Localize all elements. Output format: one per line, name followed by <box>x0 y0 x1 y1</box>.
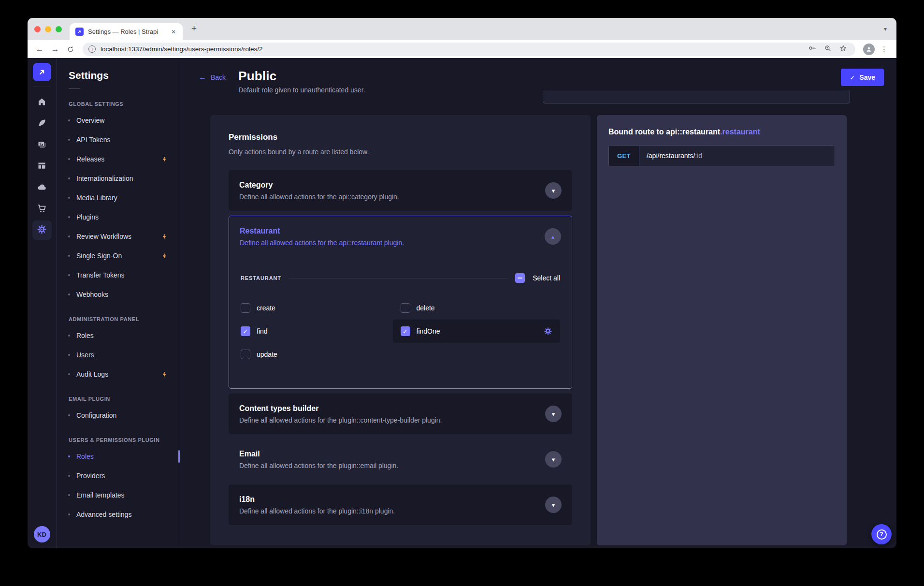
sidebar-item-api-tokens[interactable]: API Tokens <box>68 130 168 149</box>
lightning-icon <box>161 156 168 163</box>
reload-button[interactable] <box>64 43 77 56</box>
collapse-accordion-button[interactable]: ▴ <box>545 228 561 245</box>
sidebar-item-transfer-tokens[interactable]: Transfer Tokens <box>68 265 168 285</box>
accordion-description: Define all allowed actions for the api::… <box>239 193 399 201</box>
rail-item-home[interactable] <box>32 93 52 112</box>
sidebar-item-webhooks[interactable]: Webhooks <box>68 285 168 304</box>
accordion-header[interactable]: RestaurantDefine all allowed actions for… <box>229 216 572 257</box>
page-info-icon[interactable]: i <box>88 45 96 53</box>
accordion-i18n: i18nDefine all allowed actions for the p… <box>229 484 572 525</box>
nav-section: USERS & PERMISSIONS PLUGINRolesProviders… <box>57 437 180 524</box>
save-button[interactable]: ✓ Save <box>841 69 884 86</box>
bullet-icon <box>68 197 70 199</box>
accordion-restaurant: RestaurantDefine all allowed actions for… <box>229 216 572 389</box>
page-subtitle: Default role given to unauthenticated us… <box>238 86 365 94</box>
bullet-icon <box>68 216 70 218</box>
permissions-accordion-list: CategoryDefine all allowed actions for t… <box>229 170 572 525</box>
rail-item-feather-pen[interactable] <box>32 114 52 133</box>
rail-item-cloud[interactable] <box>32 178 52 197</box>
url-bar[interactable]: i localhost:1337/admin/settings/users-pe… <box>83 43 855 56</box>
bullet-icon <box>68 255 70 257</box>
rail-item-marketplace-cart[interactable] <box>32 199 52 219</box>
back-label: Back <box>211 73 226 81</box>
home-icon <box>37 97 47 108</box>
back-arrow-icon: ← <box>199 73 206 82</box>
nav-section: EMAIL PLUGINConfiguration <box>57 396 180 425</box>
tab-list-chevron-icon[interactable]: ▾ <box>884 26 887 32</box>
bullet-icon <box>68 335 70 337</box>
chevron-up-icon: ▴ <box>551 234 555 240</box>
browser-tab[interactable]: Settings — Roles | Strapi ✕ <box>70 23 183 40</box>
bullet-icon <box>68 158 70 160</box>
back-button[interactable]: ← <box>33 43 46 56</box>
accordion-header[interactable]: Content types builderDefine all allowed … <box>229 394 572 434</box>
close-tab-icon[interactable]: ✕ <box>169 28 178 36</box>
bullet-icon <box>68 373 70 375</box>
update-checkbox[interactable] <box>241 350 250 359</box>
browser-menu-icon[interactable]: ⋮ <box>878 45 891 54</box>
sidebar-item-single-sign-on[interactable]: Single Sign-On <box>68 246 168 265</box>
sidebar-item-roles[interactable]: Roles <box>68 326 168 345</box>
accordion-title: Category <box>239 181 399 190</box>
sidebar-item-overview[interactable]: Overview <box>68 111 168 130</box>
back-link[interactable]: ← Back <box>199 73 226 82</box>
bullet-icon <box>68 475 70 477</box>
permission-action-label: find <box>257 327 268 335</box>
sidebar-item-media-library[interactable]: Media Library <box>68 188 168 207</box>
browser-window: Settings — Roles | Strapi ✕ + ▾ ← → i lo… <box>28 18 896 548</box>
sidebar-item-plugins[interactable]: Plugins <box>68 207 168 227</box>
sidebar-item-label: Webhooks <box>76 291 108 298</box>
sidebar-item-roles[interactable]: Roles <box>68 447 168 466</box>
expand-accordion-button[interactable]: ▾ <box>545 406 562 422</box>
accordion-description: Define all allowed actions for the plugi… <box>239 416 442 424</box>
rail-item-media-images[interactable] <box>32 135 52 155</box>
user-avatar[interactable]: KD <box>34 526 50 542</box>
forward-button[interactable]: → <box>49 43 61 56</box>
sidebar-item-label: Audit Logs <box>76 370 108 378</box>
sidebar-item-configuration[interactable]: Configuration <box>68 406 168 425</box>
accordion-header[interactable]: CategoryDefine all allowed actions for t… <box>229 170 572 211</box>
sidebar-item-label: Media Library <box>76 194 117 202</box>
browser-tabstrip: Settings — Roles | Strapi ✕ + ▾ <box>28 18 896 40</box>
accordion-content-types-builder: Content types builderDefine all allowed … <box>229 394 572 434</box>
rail-item-settings-gear[interactable] <box>32 220 52 240</box>
strapi-logo[interactable] <box>33 63 51 81</box>
rail-item-layout-builder[interactable] <box>32 157 52 176</box>
expand-accordion-button[interactable]: ▾ <box>545 182 562 199</box>
url-text[interactable]: localhost:1337/admin/settings/users-perm… <box>101 45 803 53</box>
permission-action-label: update <box>257 351 277 358</box>
marketplace-cart-icon <box>37 203 47 215</box>
help-button[interactable]: ? <box>871 524 892 544</box>
sidebar-item-providers[interactable]: Providers <box>68 466 168 485</box>
delete-checkbox[interactable] <box>401 303 410 313</box>
expand-accordion-button[interactable]: ▾ <box>545 451 562 468</box>
accordion-header[interactable]: EmailDefine all allowed actions for the … <box>229 439 572 480</box>
findOne-checkbox[interactable]: ✓ <box>401 326 410 336</box>
bookmark-star-icon[interactable] <box>839 44 848 55</box>
sidebar-item-email-templates[interactable]: Email templates <box>68 485 168 505</box>
create-checkbox[interactable] <box>241 303 250 313</box>
new-tab-button[interactable]: + <box>188 23 200 35</box>
accordion-description: Define all allowed actions for the plugi… <box>239 507 395 515</box>
sidebar-item-review-workflows[interactable]: Review Workflows <box>68 227 168 246</box>
route-path: /api/restaurants/:id <box>639 146 835 166</box>
close-window-button[interactable] <box>34 26 41 32</box>
browser-profile-avatar[interactable] <box>863 44 875 55</box>
permission-action-create: create <box>233 296 401 320</box>
role-description-field-partial[interactable] <box>543 90 850 103</box>
password-key-icon[interactable] <box>808 44 817 55</box>
advanced-settings-gear-icon[interactable] <box>544 327 552 336</box>
sidebar-item-users[interactable]: Users <box>68 345 168 365</box>
zoom-in-icon[interactable] <box>823 44 832 55</box>
sidebar-item-advanced-settings[interactable]: Advanced settings <box>68 505 168 524</box>
accordion-header[interactable]: i18nDefine all allowed actions for the p… <box>229 484 572 525</box>
permission-group-label: RESTAURANT <box>241 275 281 281</box>
select-all-checkbox[interactable] <box>515 273 525 283</box>
sidebar-item-releases[interactable]: Releases <box>68 149 168 169</box>
minimize-window-button[interactable] <box>45 26 51 32</box>
sidebar-item-audit-logs[interactable]: Audit Logs <box>68 365 168 384</box>
sidebar-item-internationalization[interactable]: Internationalization <box>68 169 168 188</box>
fullscreen-window-button[interactable] <box>56 26 62 32</box>
expand-accordion-button[interactable]: ▾ <box>545 497 562 513</box>
find-checkbox[interactable]: ✓ <box>241 326 250 336</box>
